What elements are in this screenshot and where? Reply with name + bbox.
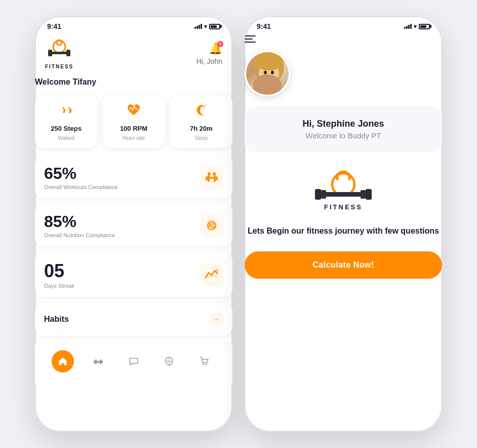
svg-point-13 bbox=[213, 172, 216, 175]
svg-rect-20 bbox=[95, 359, 97, 364]
heartrate-value: 100 RPM bbox=[120, 125, 147, 132]
stat-heartrate: 100 RPM Heart rate bbox=[102, 95, 165, 148]
signal-icon-2 bbox=[404, 24, 412, 29]
notification-bell[interactable]: 🔔 6 bbox=[209, 42, 222, 55]
svg-rect-37 bbox=[315, 189, 321, 200]
nutrition-label: Overall Nutrition Compliance bbox=[44, 232, 115, 238]
time-1: 9:41 bbox=[47, 22, 61, 30]
workout-compliance-left: 65% Overall Workouts Compliance bbox=[44, 164, 117, 190]
fitness-tagline: Lets Begin our fitness journey with few … bbox=[245, 225, 442, 237]
profile-welcome: Welcome to Buddy PT bbox=[306, 131, 381, 140]
greeting-text: Hi, John bbox=[196, 57, 222, 65]
profile-greeting: Hi, Stephine Jones bbox=[302, 119, 384, 129]
habits-arrow[interactable]: → bbox=[209, 312, 223, 326]
bottom-nav bbox=[35, 344, 232, 385]
steps-icon bbox=[58, 102, 74, 122]
svg-point-30 bbox=[253, 85, 285, 95]
svg-rect-39 bbox=[321, 190, 326, 199]
habits-section[interactable]: Habits → bbox=[35, 303, 232, 335]
heartrate-label: Heart rate bbox=[123, 135, 145, 141]
workout-compliance-card: 65% Overall Workouts Compliance bbox=[35, 156, 232, 198]
streak-number: 05 bbox=[44, 260, 74, 282]
phone1-content: Welcome Tifany 250 Steps Walked bbox=[35, 78, 232, 344]
nutrition-icon bbox=[200, 214, 223, 237]
svg-rect-40 bbox=[361, 190, 366, 199]
svg-rect-4 bbox=[66, 50, 70, 56]
svg-rect-38 bbox=[366, 189, 372, 200]
nav-cart[interactable] bbox=[193, 350, 216, 372]
status-icons-2: ▾ bbox=[404, 23, 430, 30]
svg-rect-7 bbox=[206, 176, 208, 180]
svg-text:FITNESS: FITNESS bbox=[324, 203, 363, 211]
avatar-image bbox=[246, 52, 289, 95]
wifi-icon-2: ▾ bbox=[414, 23, 417, 30]
calculate-button[interactable]: Calculate Now! bbox=[245, 251, 442, 279]
welcome-message: Welcome Tifany bbox=[35, 78, 232, 87]
status-icons-1: ▾ bbox=[194, 23, 220, 30]
svg-rect-22 bbox=[97, 361, 100, 363]
streak-card: 05 Days Streak bbox=[35, 252, 232, 297]
svg-point-12 bbox=[208, 172, 211, 175]
stat-sleep: z z 7h 20m Sleep bbox=[170, 95, 232, 148]
nav-chat[interactable] bbox=[123, 350, 145, 372]
time-2: 9:41 bbox=[257, 22, 271, 30]
streak-icon bbox=[200, 263, 223, 286]
phone-2: 9:41 ▾ bbox=[245, 16, 442, 432]
fitness-logo-area: FITNESS bbox=[245, 164, 442, 215]
wifi-icon: ▾ bbox=[204, 23, 207, 30]
signal-icon bbox=[194, 24, 202, 29]
streak-left: 05 Days Streak bbox=[44, 260, 74, 289]
nav-home[interactable] bbox=[52, 350, 74, 372]
phone-1: 9:41 ▾ FITNESS bbox=[35, 16, 232, 432]
battery-icon bbox=[209, 24, 220, 29]
stat-steps: 250 Steps Walked bbox=[35, 95, 97, 148]
svg-rect-29 bbox=[265, 83, 272, 89]
svg-rect-10 bbox=[214, 175, 216, 182]
svg-rect-9 bbox=[208, 175, 210, 182]
nav-nutrition[interactable] bbox=[158, 350, 180, 372]
workout-label: Overall Workouts Compliance bbox=[44, 184, 117, 190]
profile-card: Hi, Stephine Jones Welcome to Buddy PT bbox=[245, 106, 442, 152]
stats-row: 250 Steps Walked 100 RPM Heart rate z bbox=[35, 95, 232, 148]
steps-value: 250 Steps bbox=[51, 125, 82, 132]
svg-point-25 bbox=[206, 364, 207, 365]
svg-rect-21 bbox=[100, 359, 101, 364]
phone2-content: Hi, Stephine Jones Welcome to Buddy PT bbox=[245, 33, 442, 279]
svg-point-31 bbox=[264, 71, 267, 74]
svg-rect-2 bbox=[51, 52, 67, 54]
nav-workout[interactable] bbox=[87, 350, 109, 372]
logo-text-small: FITNESS bbox=[45, 64, 73, 69]
svg-point-15 bbox=[212, 223, 214, 225]
notification-count: 6 bbox=[217, 41, 223, 47]
sleep-value: 7h 20m bbox=[190, 125, 213, 132]
nutrition-compliance-left: 85% Overall Nutrition Compliance bbox=[44, 212, 115, 238]
svg-point-28 bbox=[255, 52, 283, 70]
habits-title: Habits bbox=[44, 315, 69, 324]
svg-rect-3 bbox=[48, 50, 52, 56]
svg-rect-8 bbox=[216, 176, 218, 180]
logo-area: FITNESS bbox=[45, 38, 73, 69]
workout-percent: 65% bbox=[44, 164, 117, 183]
svg-rect-19 bbox=[101, 360, 103, 363]
fitness-logo-small bbox=[46, 38, 72, 64]
profile-avatar bbox=[245, 51, 290, 96]
svg-point-0 bbox=[53, 41, 65, 53]
workout-icon bbox=[200, 166, 223, 189]
nutrition-compliance-card: 85% Overall Nutrition Compliance bbox=[35, 204, 232, 246]
svg-rect-36 bbox=[320, 192, 367, 197]
svg-point-1 bbox=[57, 40, 62, 45]
fitness-logo-large: FITNESS bbox=[313, 164, 374, 215]
svg-point-32 bbox=[271, 71, 274, 74]
heartrate-icon bbox=[126, 102, 142, 122]
sleep-icon: z z bbox=[193, 102, 209, 122]
svg-rect-11 bbox=[210, 177, 214, 179]
header-right: 🔔 6 Hi, John bbox=[196, 42, 222, 65]
hamburger-menu[interactable] bbox=[245, 35, 442, 43]
svg-point-14 bbox=[209, 223, 211, 225]
streak-label: Days Streak bbox=[44, 283, 74, 289]
phone1-header: FITNESS 🔔 6 Hi, John bbox=[35, 33, 232, 78]
steps-label: Walked bbox=[58, 135, 74, 141]
battery-icon-2 bbox=[419, 24, 430, 29]
svg-text:z: z bbox=[205, 103, 207, 106]
svg-point-24 bbox=[203, 364, 205, 365]
